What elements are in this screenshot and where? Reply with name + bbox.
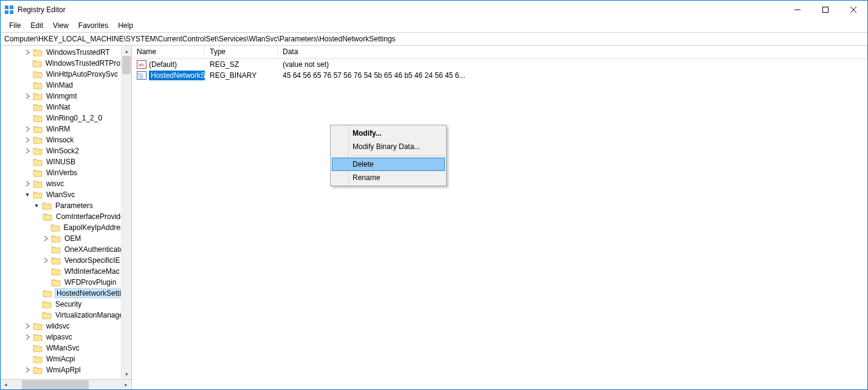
value-data: 45 64 56 65 76 57 56 76 54 5b 65 46 b5 4…: [278, 71, 867, 80]
tree-item[interactable]: WinNat: [1, 102, 131, 113]
maximize-button[interactable]: [811, 1, 839, 19]
chevron-down-icon[interactable]: [24, 192, 33, 198]
ctx-modify-binary[interactable]: Modify Binary Data...: [332, 140, 445, 153]
menu-edit[interactable]: Edit: [26, 20, 48, 31]
column-header-data[interactable]: Data: [278, 46, 867, 58]
tree-item[interactable]: HostedNetworkSettings: [1, 288, 131, 299]
tree-item[interactable]: VirtualizationManager: [1, 310, 131, 321]
chevron-right-icon[interactable]: [43, 235, 51, 242]
chevron-right-icon[interactable]: [24, 367, 33, 373]
svg-rect-3: [10, 10, 13, 14]
folder-icon: [51, 256, 61, 265]
chevron-right-icon[interactable]: [24, 126, 33, 132]
list-pane: Name Type Data ab(Default)REG_SZ(value n…: [132, 46, 867, 389]
tree-item[interactable]: OEM: [1, 233, 131, 244]
tree-item[interactable]: WinMad: [1, 80, 131, 91]
tree-item[interactable]: ComInterfaceProviders: [1, 211, 131, 222]
tree-item[interactable]: OneXAuthenticator: [1, 244, 131, 255]
chevron-right-icon[interactable]: [24, 93, 33, 99]
chevron-right-icon[interactable]: [24, 181, 33, 187]
tree-item[interactable]: WinHttpAutoProxySvc: [1, 69, 131, 80]
scroll-up-button[interactable]: ▴: [122, 46, 131, 56]
tree-item[interactable]: WlanSvc: [1, 189, 131, 200]
tree-item[interactable]: WindowsTrustedRTProxy: [1, 58, 131, 69]
minimize-button[interactable]: [784, 1, 811, 19]
tree-item[interactable]: Parameters: [1, 200, 131, 211]
chevron-right-icon[interactable]: [24, 148, 33, 154]
window-title: Registry Editor: [18, 5, 66, 14]
tree-item[interactable]: wisvc: [1, 178, 131, 189]
tree-item-label: WinRing0_1_2_0: [45, 114, 103, 122]
menu-view[interactable]: View: [48, 20, 74, 31]
ctx-rename[interactable]: Rename: [332, 171, 445, 184]
chevron-down-icon[interactable]: [33, 203, 42, 209]
tree-item-label: VendorSpecificIE: [63, 256, 121, 265]
menu-file[interactable]: File: [4, 20, 26, 31]
scroll-left-button[interactable]: ◂: [1, 380, 11, 390]
folder-icon: [51, 245, 61, 254]
tree-item[interactable]: VendorSpecificIE: [1, 255, 131, 266]
tree-item[interactable]: wlidsvc: [1, 321, 131, 332]
value-name: HostedNetworkSettings: [149, 71, 205, 80]
chevron-right-icon[interactable]: [24, 137, 33, 143]
tree-item[interactable]: WManSvc: [1, 343, 131, 353]
folder-icon: [51, 234, 61, 243]
tree-item-label: ComInterfaceProviders: [55, 212, 131, 221]
chevron-right-icon[interactable]: [24, 49, 33, 55]
tree-item[interactable]: WinRing0_1_2_0: [1, 113, 131, 124]
tree-item[interactable]: WinRM: [1, 124, 131, 134]
folder-icon: [32, 59, 42, 68]
tree-item[interactable]: WindowsTrustedRT: [1, 47, 131, 58]
tree-item[interactable]: Winsock: [1, 134, 131, 145]
svg-text:110: 110: [138, 75, 143, 79]
tree-item-label: Winmgmt: [45, 92, 78, 100]
tree-item-label: WindowsTrustedRTProxy: [44, 59, 129, 68]
tree-item[interactable]: WFDProvPlugin: [1, 277, 131, 288]
tree-item-label: WmiApRpl: [45, 366, 82, 374]
binary-value-icon: 011110: [137, 71, 146, 80]
tree-vertical-scrollbar[interactable]: ▴ ▾: [121, 46, 131, 379]
tree-item[interactable]: Winmgmt: [1, 91, 131, 102]
scroll-down-button[interactable]: ▾: [122, 369, 131, 379]
tree-item-label: WfdInterfaceMac: [63, 267, 121, 276]
menu-favorites[interactable]: Favorites: [74, 20, 113, 31]
tree-item-label: Security: [54, 300, 83, 308]
folder-icon: [33, 103, 43, 111]
tree-item[interactable]: WmiApRpl: [1, 364, 131, 375]
column-header-name[interactable]: Name: [132, 46, 205, 58]
menu-help[interactable]: Help: [113, 20, 138, 31]
tree-item-label: WmiAcpi: [45, 355, 76, 363]
folder-icon: [33, 81, 43, 89]
ctx-modify[interactable]: Modify...: [332, 127, 445, 140]
scroll-h-track[interactable]: [11, 380, 121, 390]
chevron-right-icon[interactable]: [43, 257, 51, 263]
ctx-delete[interactable]: Delete: [332, 158, 445, 171]
close-button[interactable]: [839, 1, 867, 19]
list-row[interactable]: ab(Default)REG_SZ(value not set): [132, 59, 867, 70]
tree-item[interactable]: WmiAcpi: [1, 353, 131, 364]
tree-item[interactable]: WinSock2: [1, 145, 131, 156]
scroll-right-button[interactable]: ▸: [121, 380, 131, 390]
scroll-h-thumb[interactable]: [22, 380, 89, 389]
folder-icon: [33, 48, 43, 57]
tree-item[interactable]: WfdInterfaceMac: [1, 266, 131, 277]
scroll-v-track[interactable]: [122, 56, 131, 369]
app-icon: [4, 5, 14, 15]
tree-item[interactable]: EapolKeyIpAddress: [1, 222, 131, 233]
folder-icon: [33, 125, 43, 133]
address-bar[interactable]: Computer\HKEY_LOCAL_MACHINE\SYSTEM\Curre…: [1, 32, 867, 46]
tree-horizontal-scrollbar[interactable]: ◂ ▸: [1, 379, 131, 389]
list-row[interactable]: 011110HostedNetworkSettingsREG_BINARY45 …: [132, 70, 867, 81]
chevron-right-icon[interactable]: [24, 334, 33, 340]
tree-item-label: EapolKeyIpAddress: [63, 223, 129, 232]
chevron-right-icon[interactable]: [24, 323, 33, 329]
tree-item[interactable]: WINUSB: [1, 156, 131, 167]
folder-icon: [33, 344, 43, 352]
scroll-v-thumb[interactable]: [122, 56, 131, 74]
tree-item[interactable]: Security: [1, 299, 131, 310]
tree-item-label: WindowsTrustedRT: [45, 48, 111, 57]
tree-item[interactable]: WinVerbs: [1, 167, 131, 178]
string-value-icon: ab: [137, 60, 146, 69]
tree-item[interactable]: wlpasvc: [1, 332, 131, 343]
column-header-type[interactable]: Type: [205, 46, 278, 58]
